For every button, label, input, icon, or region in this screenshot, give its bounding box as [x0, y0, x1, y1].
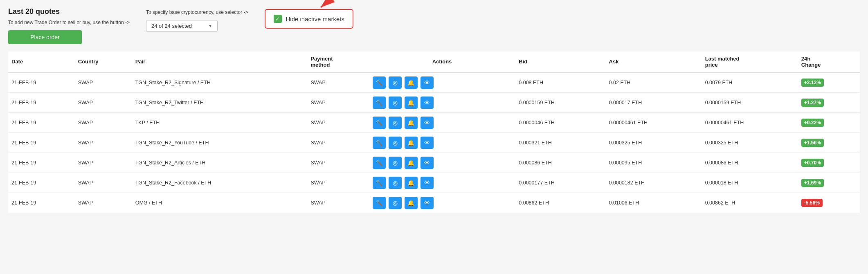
cell-ask: 0.02 ETH: [606, 72, 702, 93]
col-bid: Bid: [515, 52, 605, 72]
eye-button[interactable]: 👁: [421, 117, 434, 129]
hide-inactive-label: Hide inactive markets: [286, 16, 344, 22]
cell-24h-change: +1.56%: [798, 133, 860, 153]
cell-24h-change: +1.27%: [798, 92, 860, 112]
target-button[interactable]: ◎: [389, 197, 402, 209]
checkmark-icon: ✓: [275, 16, 280, 22]
bell-button[interactable]: 🔔: [405, 97, 418, 109]
cell-last-matched-price: 0.00000461 ETH: [702, 112, 798, 133]
cell-last-matched-price: 0.0000159 ETH: [702, 92, 798, 112]
page-title: Last 20 quotes: [8, 7, 130, 16]
eye-button[interactable]: 👁: [421, 137, 434, 149]
hammer-button[interactable]: 🔨: [373, 137, 386, 149]
hide-inactive-checkbox[interactable]: ✓: [274, 15, 282, 23]
actions-group: 🔨 ◎ 🔔 👁: [372, 76, 513, 89]
cell-date: 21-FEB-19: [8, 153, 75, 173]
change-badge: +1.27%: [801, 99, 824, 107]
cell-last-matched-price: 0.0079 ETH: [702, 72, 798, 93]
hammer-button[interactable]: 🔨: [373, 117, 386, 129]
change-badge: +3.13%: [801, 79, 824, 87]
bell-button[interactable]: 🔔: [405, 157, 418, 169]
table-row: 21-FEB-19SWAPTKP / ETHSWAP 🔨 ◎ 🔔 👁 0.000…: [8, 112, 860, 133]
hammer-button[interactable]: 🔨: [373, 157, 386, 169]
cell-pair: TGN_Stake_R2_Signature / ETH: [132, 72, 308, 93]
table-body: 21-FEB-19SWAPTGN_Stake_R2_Signature / ET…: [8, 72, 860, 213]
cell-last-matched-price: 0.000325 ETH: [702, 133, 798, 153]
actions-group: 🔨 ◎ 🔔 👁: [372, 97, 513, 109]
eye-button[interactable]: 👁: [421, 157, 434, 169]
cell-payment-method: SWAP: [307, 133, 368, 153]
cell-country: SWAP: [75, 112, 132, 133]
actions-group: 🔨 ◎ 🔔 👁: [372, 157, 513, 169]
table-row: 21-FEB-19SWAPTGN_Stake_R2_Twitter / ETHS…: [8, 92, 860, 112]
cell-country: SWAP: [75, 153, 132, 173]
cell-ask: 0.000095 ETH: [606, 153, 702, 173]
cell-pair: TGN_Stake_R2_YouTube / ETH: [132, 133, 308, 153]
cell-ask: 0.000325 ETH: [606, 133, 702, 153]
cell-country: SWAP: [75, 92, 132, 112]
bell-button[interactable]: 🔔: [405, 137, 418, 149]
cell-bid: 0.00862 ETH: [515, 193, 605, 213]
cell-pair: TGN_Stake_R2_Facebook / ETH: [132, 173, 308, 193]
place-order-button[interactable]: Place order: [8, 30, 82, 44]
cell-24h-change: -5.56%: [798, 193, 860, 213]
col-pair: Pair: [132, 52, 308, 72]
hammer-button[interactable]: 🔨: [373, 97, 386, 109]
cell-actions: 🔨 ◎ 🔔 👁: [369, 92, 516, 112]
hammer-button[interactable]: 🔨: [373, 197, 386, 209]
target-button[interactable]: ◎: [389, 177, 402, 189]
currency-selector[interactable]: 24 of 24 selected ▼: [146, 20, 218, 32]
col-country: Country: [75, 52, 132, 72]
cell-bid: 0.0000046 ETH: [515, 112, 605, 133]
place-order-description: To add new Trade Order to sell or buy, u…: [8, 19, 130, 26]
table-row: 21-FEB-19SWAPTGN_Stake_R2_Articles / ETH…: [8, 153, 860, 173]
cell-ask: 0.000017 ETH: [606, 92, 702, 112]
bell-button[interactable]: 🔔: [405, 117, 418, 129]
selector-value: 24 of 24 selected: [151, 23, 192, 29]
cell-last-matched-price: 0.00862 ETH: [702, 193, 798, 213]
cell-payment-method: SWAP: [307, 153, 368, 173]
bell-button[interactable]: 🔔: [405, 177, 418, 189]
hammer-button[interactable]: 🔨: [373, 76, 386, 89]
right-block: ✓ Hide inactive markets: [265, 7, 353, 29]
cell-pair: TKP / ETH: [132, 112, 308, 133]
change-badge: -5.56%: [801, 199, 823, 207]
cell-ask: 0.0000182 ETH: [606, 173, 702, 193]
eye-button[interactable]: 👁: [421, 177, 434, 189]
cell-bid: 0.0000159 ETH: [515, 92, 605, 112]
table-header: Date Country Pair Paymentmethod Actions …: [8, 52, 860, 72]
chevron-down-icon: ▼: [208, 24, 212, 28]
target-button[interactable]: ◎: [389, 137, 402, 149]
cell-24h-change: +3.13%: [798, 72, 860, 93]
bell-button[interactable]: 🔔: [405, 76, 418, 89]
cell-date: 21-FEB-19: [8, 112, 75, 133]
cell-actions: 🔨 ◎ 🔔 👁: [369, 133, 516, 153]
cell-ask: 0.01006 ETH: [606, 193, 702, 213]
cell-country: SWAP: [75, 193, 132, 213]
target-button[interactable]: ◎: [389, 97, 402, 109]
bell-button[interactable]: 🔔: [405, 197, 418, 209]
table-row: 21-FEB-19SWAPTGN_Stake_R2_Signature / ET…: [8, 72, 860, 93]
col-24h-change: 24hChange: [798, 52, 860, 72]
target-button[interactable]: ◎: [389, 76, 402, 89]
cell-actions: 🔨 ◎ 🔔 👁: [369, 153, 516, 173]
eye-button[interactable]: 👁: [421, 197, 434, 209]
cell-bid: 0.000086 ETH: [515, 153, 605, 173]
cell-actions: 🔨 ◎ 🔔 👁: [369, 193, 516, 213]
actions-group: 🔨 ◎ 🔔 👁: [372, 177, 513, 189]
cell-country: SWAP: [75, 173, 132, 193]
cell-pair: TGN_Stake_R2_Twitter / ETH: [132, 92, 308, 112]
cell-payment-method: SWAP: [307, 72, 368, 93]
actions-group: 🔨 ◎ 🔔 👁: [372, 117, 513, 129]
hammer-button[interactable]: 🔨: [373, 177, 386, 189]
eye-button[interactable]: 👁: [421, 97, 434, 109]
cell-date: 21-FEB-19: [8, 92, 75, 112]
table-row: 21-FEB-19SWAPOMG / ETHSWAP 🔨 ◎ 🔔 👁 0.008…: [8, 193, 860, 213]
eye-button[interactable]: 👁: [421, 76, 434, 89]
target-button[interactable]: ◎: [389, 117, 402, 129]
red-arrow-indicator: [288, 0, 362, 15]
mid-block: To specify base cryptocurrency, use sele…: [146, 7, 248, 32]
target-button[interactable]: ◎: [389, 157, 402, 169]
cell-payment-method: SWAP: [307, 173, 368, 193]
cell-payment-method: SWAP: [307, 92, 368, 112]
